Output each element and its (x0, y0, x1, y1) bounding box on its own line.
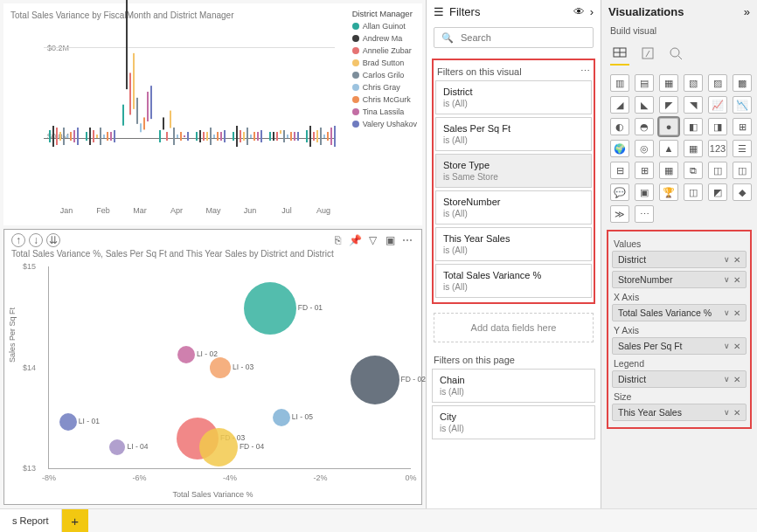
bar[interactable] (243, 132, 245, 141)
more-icon[interactable]: ⋯ (580, 66, 590, 77)
remove-icon[interactable]: ✕ (733, 408, 740, 418)
legend-item[interactable]: Tina Lassila (352, 106, 417, 118)
bar[interactable] (313, 132, 315, 141)
bar[interactable] (56, 128, 58, 144)
tab-analytics[interactable] (666, 41, 685, 66)
bar[interactable] (122, 105, 124, 126)
bar[interactable] (334, 126, 336, 147)
eye-icon[interactable]: 👁 (573, 5, 585, 18)
bar[interactable] (287, 135, 288, 139)
bar[interactable] (306, 130, 308, 143)
bar[interactable] (49, 130, 51, 143)
bar[interactable] (327, 132, 329, 141)
viz-type-icon[interactable]: ◫ (708, 162, 727, 179)
bar[interactable] (66, 135, 68, 139)
bar[interactable] (129, 73, 131, 115)
tab-format[interactable] (638, 41, 657, 66)
add-fields-drop[interactable]: Add data fields here (434, 313, 594, 342)
filter-search[interactable]: 🔍 (434, 27, 594, 48)
drill-up-icon[interactable]: ↑ (11, 233, 25, 247)
bar[interactable] (70, 132, 72, 141)
viz-type-icon[interactable]: ◩ (708, 183, 727, 201)
bar[interactable] (159, 130, 161, 143)
viz-type-icon[interactable]: 💬 (610, 183, 629, 201)
bar[interactable] (294, 132, 295, 141)
bar[interactable] (100, 128, 101, 144)
bar[interactable] (330, 128, 332, 144)
well-item-yaxis[interactable]: Sales Per Sq Ft∨✕ (612, 337, 747, 355)
bar[interactable] (236, 126, 238, 147)
bar[interactable] (257, 132, 259, 141)
bar[interactable] (269, 132, 271, 141)
viz-type-icon[interactable]: ◤ (659, 96, 678, 114)
viz-type-icon[interactable]: ▲ (659, 140, 678, 157)
chevron-down-icon[interactable]: ∨ (724, 375, 730, 383)
bar[interactable] (224, 130, 226, 143)
remove-icon[interactable]: ✕ (733, 255, 740, 265)
bar[interactable] (203, 132, 205, 141)
viz-type-icon[interactable]: 🌍 (610, 140, 629, 157)
bubble[interactable] (199, 428, 238, 466)
bar[interactable] (233, 132, 234, 141)
viz-type-icon[interactable]: ◣ (635, 96, 654, 114)
bar[interactable] (206, 132, 208, 141)
remove-icon[interactable]: ✕ (733, 342, 740, 351)
viz-type-icon[interactable]: 🏆 (659, 183, 678, 201)
viz-type-icon[interactable]: ⧉ (684, 162, 703, 179)
bar[interactable] (170, 111, 171, 128)
bar[interactable] (250, 135, 252, 139)
bar[interactable] (196, 132, 198, 141)
well-item-legend[interactable]: District∨✕ (612, 370, 747, 388)
bar[interactable] (276, 132, 278, 141)
bar[interactable] (163, 117, 164, 130)
viz-type-icon[interactable]: ⋯ (635, 205, 654, 223)
bar[interactable] (150, 86, 152, 120)
bubble[interactable] (273, 409, 290, 426)
filter-card[interactable]: Cityis (All) (432, 405, 595, 439)
viz-type-icon[interactable]: ▤ (635, 74, 654, 92)
viz-type-icon[interactable]: ◨ (708, 118, 727, 135)
bar[interactable] (210, 128, 212, 144)
focus-icon[interactable]: ▣ (383, 233, 397, 247)
viz-type-icon[interactable]: ▣ (635, 183, 654, 201)
viz-type-icon[interactable]: 📈 (708, 96, 727, 114)
viz-type-icon[interactable]: ● (659, 118, 678, 135)
viz-type-icon[interactable]: ◫ (733, 162, 752, 179)
bar[interactable] (93, 130, 94, 143)
copy-icon[interactable]: ⎘ (330, 233, 344, 247)
more-icon[interactable]: ⋯ (400, 233, 414, 247)
chevron-down-icon[interactable]: ∨ (724, 275, 730, 284)
viz-type-icon[interactable]: ≫ (610, 205, 629, 223)
bar[interactable] (273, 132, 274, 141)
bubble[interactable] (244, 282, 296, 335)
tab-build[interactable] (610, 41, 629, 66)
bar[interactable] (184, 135, 185, 137)
viz-type-icon[interactable]: ◧ (684, 118, 703, 135)
viz-type-icon[interactable]: ▦ (659, 162, 678, 179)
bar[interactable] (166, 132, 168, 141)
legend-item[interactable]: Andrew Ma (352, 32, 417, 45)
collapse-icon[interactable]: » (744, 5, 750, 18)
bar[interactable] (217, 132, 219, 141)
well-item-size[interactable]: This Year Sales∨✕ (612, 404, 747, 421)
bar[interactable] (89, 128, 91, 144)
bar[interactable] (213, 135, 215, 139)
chevron-down-icon[interactable]: ∨ (724, 342, 730, 350)
search-input[interactable] (459, 31, 586, 44)
chevron-down-icon[interactable]: ∨ (724, 308, 730, 317)
viz-type-icon[interactable]: ⊞ (733, 118, 752, 135)
filter-card[interactable]: StoreNumberis (All) (435, 190, 592, 225)
bar[interactable] (320, 128, 322, 144)
well-item-district[interactable]: District∨✕ (612, 251, 747, 268)
viz-type-icon[interactable]: ☰ (733, 140, 752, 157)
bar[interactable] (290, 132, 292, 141)
bar[interactable] (180, 132, 182, 141)
legend-item[interactable]: Brad Sutton (352, 57, 417, 69)
bar[interactable] (323, 135, 325, 139)
scatter-chart-card[interactable]: ↑ ↓ ⇊ ⎘ 📌 ▽ ▣ ⋯ Total Sales Variance %, … (3, 229, 422, 505)
viz-type-icon[interactable]: ◐ (610, 118, 629, 135)
viz-type-icon[interactable]: ▥ (610, 74, 629, 92)
add-page-button[interactable]: + (62, 509, 88, 532)
filter-icon[interactable]: ▽ (365, 233, 379, 247)
viz-type-icon[interactable]: ▩ (733, 74, 752, 92)
